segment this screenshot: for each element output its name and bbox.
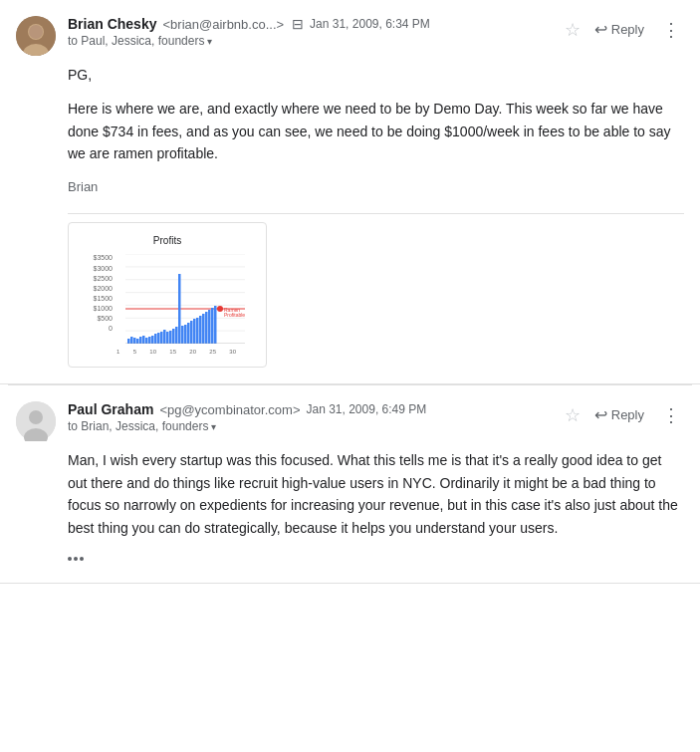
svg-rect-36 <box>196 318 199 344</box>
y-label-3: $2500 <box>94 275 113 282</box>
more-button-paul[interactable]: ⋮ <box>658 402 684 428</box>
star-button-paul[interactable]: ☆ <box>565 404 581 426</box>
avatar-brian <box>16 16 56 56</box>
y-label-8: 0 <box>109 325 113 332</box>
svg-rect-34 <box>190 321 193 344</box>
y-label-1: $3500 <box>94 254 113 261</box>
more-button-brian[interactable]: ⋮ <box>658 17 684 43</box>
y-label-7: $500 <box>97 315 113 322</box>
svg-rect-21 <box>151 336 154 344</box>
svg-rect-42 <box>214 306 217 344</box>
date-brian: Jan 31, 2009, 6:34 PM <box>310 17 430 31</box>
avatar-paul <box>16 401 56 441</box>
reply-button-paul[interactable]: ↩ Reply <box>588 401 650 428</box>
signature-brian: Brian <box>68 177 684 198</box>
svg-rect-24 <box>160 332 163 344</box>
svg-rect-18 <box>142 336 145 344</box>
header-actions-paul: ☆ ↩ Reply ⋮ <box>565 401 684 428</box>
svg-rect-33 <box>187 323 190 344</box>
svg-rect-20 <box>148 337 151 344</box>
reply-button-brian[interactable]: ↩ Reply <box>588 16 650 43</box>
dot2 <box>74 557 78 561</box>
chart-plot-area: Ramen Profitable 1 5 10 15 20 25 <box>117 254 254 355</box>
chart-title: Profits <box>81 235 254 246</box>
sender-line-brian: Brian Chesky <brian@airbnb.co...> ⊟ Jan … <box>68 16 553 32</box>
sender-name-brian: Brian Chesky <box>68 16 156 32</box>
svg-rect-13 <box>127 339 130 344</box>
email-body-brian: PG, Here is where we are, and exactly wh… <box>68 64 684 197</box>
svg-rect-26 <box>166 332 169 344</box>
to-line-brian: to Paul, Jessica, founders ▾ <box>68 34 553 48</box>
svg-rect-27 <box>169 331 172 344</box>
svg-rect-15 <box>133 338 136 344</box>
y-label-5: $1500 <box>94 295 113 302</box>
x-label: 5 <box>133 349 136 355</box>
svg-text:Profitable: Profitable <box>224 312 245 318</box>
svg-rect-30 <box>178 274 181 344</box>
svg-rect-19 <box>145 338 148 344</box>
reply-label-paul: Reply <box>611 407 644 422</box>
email-header-paul: Paul Graham <pg@ycombinator.com> Jan 31,… <box>16 401 684 441</box>
email-body-paul: Man, I wish every startup was this focus… <box>68 449 684 539</box>
svg-rect-23 <box>157 333 160 344</box>
x-label: 20 <box>189 349 196 355</box>
email-item-paul: Paul Graham <pg@ycombinator.com> Jan 31,… <box>0 385 700 584</box>
svg-rect-29 <box>175 327 178 344</box>
body-greeting-brian: PG, <box>68 64 684 86</box>
svg-rect-28 <box>172 329 175 344</box>
header-info-brian: Brian Chesky <brian@airbnb.co...> ⊟ Jan … <box>68 16 553 48</box>
reply-arrow-icon-brian: ↩ <box>594 20 607 39</box>
sender-email-paul: <pg@ycombinator.com> <box>159 402 300 417</box>
to-dropdown-icon[interactable]: ▾ <box>207 36 212 47</box>
svg-rect-16 <box>136 339 139 344</box>
reply-arrow-icon-paul: ↩ <box>594 405 607 424</box>
to-label-paul: to Brian, Jessica, founders <box>68 419 208 433</box>
svg-rect-32 <box>184 325 187 344</box>
dot3 <box>80 557 84 561</box>
email-item-brian: Brian Chesky <brian@airbnb.co...> ⊟ Jan … <box>0 0 700 384</box>
sender-email-brian: <brian@airbnb.co...> <box>162 17 284 32</box>
y-label-4: $2000 <box>94 285 113 292</box>
chart-inner: $3500 $3000 $2500 $2000 $1500 $1000 $500… <box>81 254 254 355</box>
svg-rect-31 <box>181 326 184 344</box>
to-line-paul: to Brian, Jessica, founders ▾ <box>68 419 553 433</box>
dot1 <box>68 557 72 561</box>
x-label: 15 <box>169 349 176 355</box>
email-header-brian: Brian Chesky <brian@airbnb.co...> ⊟ Jan … <box>16 16 684 56</box>
x-label: 30 <box>229 349 236 355</box>
y-label-6: $1000 <box>94 305 113 312</box>
sender-line-paul: Paul Graham <pg@ycombinator.com> Jan 31,… <box>68 401 553 417</box>
svg-rect-22 <box>154 334 157 344</box>
svg-rect-37 <box>199 316 202 344</box>
star-button-brian[interactable]: ☆ <box>565 19 581 41</box>
expand-button-paul[interactable] <box>68 551 684 567</box>
chart-svg: Ramen Profitable <box>117 254 254 344</box>
reply-label-brian: Reply <box>611 22 644 37</box>
svg-rect-35 <box>193 319 196 344</box>
date-paul: Jan 31, 2009, 6:49 PM <box>306 402 426 416</box>
to-dropdown-icon-paul[interactable]: ▾ <box>211 421 216 432</box>
svg-rect-17 <box>139 337 142 344</box>
attachment-area-brian: Profits $3500 $3000 $2500 $2000 $1500 $1… <box>68 213 684 368</box>
x-label: 25 <box>209 349 216 355</box>
chart-profits: Profits $3500 $3000 $2500 $2000 $1500 $1… <box>68 222 267 368</box>
body-paragraph-paul: Man, I wish every startup was this focus… <box>68 449 684 539</box>
attachment-icon: ⊟ <box>292 16 304 32</box>
to-label-brian: to Paul, Jessica, founders <box>68 34 204 48</box>
svg-point-43 <box>217 306 223 312</box>
svg-rect-38 <box>202 314 205 344</box>
x-label: 10 <box>149 349 156 355</box>
svg-rect-39 <box>205 312 208 344</box>
svg-point-48 <box>29 410 43 424</box>
svg-rect-41 <box>211 308 214 344</box>
y-label-2: $3000 <box>94 265 113 272</box>
svg-rect-14 <box>130 337 133 344</box>
svg-rect-40 <box>208 310 211 344</box>
svg-rect-25 <box>163 330 166 344</box>
email-thread: Brian Chesky <brian@airbnb.co...> ⊟ Jan … <box>0 0 700 584</box>
svg-point-3 <box>29 25 43 39</box>
body-paragraph-brian: Here is where we are, and exactly where … <box>68 98 684 164</box>
sender-name-paul: Paul Graham <box>68 401 153 417</box>
header-info-paul: Paul Graham <pg@ycombinator.com> Jan 31,… <box>68 401 553 433</box>
x-label: 1 <box>117 349 119 355</box>
